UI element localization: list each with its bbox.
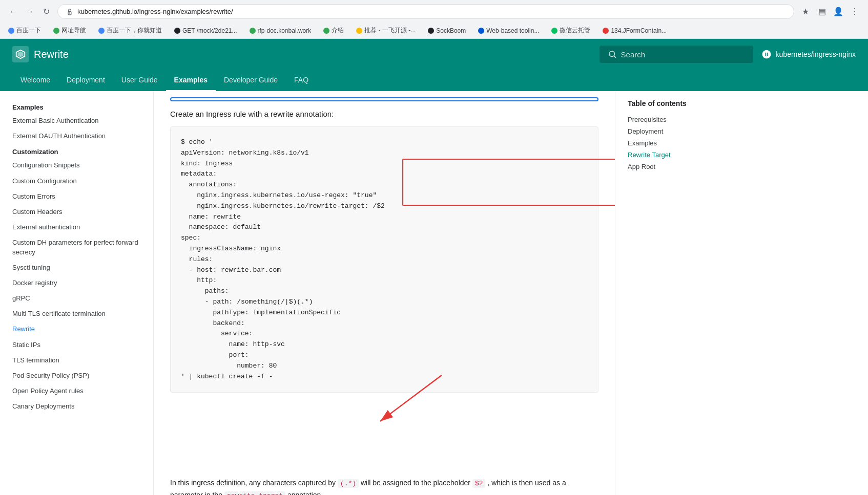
sidebar-item-external-oauth-authentication[interactable]: External OAUTH Authentication [0,128,153,144]
code-line-9: spec: [181,233,588,244]
code-line-0: $ echo ' [181,137,588,148]
code-line-15: - path: /something(/|$)(.*) [181,297,588,308]
bookmark-item[interactable]: SockBoom [426,26,468,35]
nav-item-examples[interactable]: Examples [166,70,216,91]
code-line-5: nginx.ingress.kubernetes.io/use-regex: "… [181,190,588,201]
code-line-16: pathType: ImplementationSpecific [181,308,588,318]
repo-label: kubernetes/ingress-nginx [776,50,856,58]
profile-button[interactable]: 👤 [831,5,845,19]
bookmark-item[interactable]: GET /mock/2de21... [172,26,239,35]
logo-icon [12,46,29,62]
code-line-3: metadata: [181,169,588,180]
bookmark-item[interactable]: 微信云托管 [549,25,592,36]
code-line-20: port: [181,350,588,361]
sidebar-item-sysctl-tuning[interactable]: Sysctl tuning [0,260,153,275]
code-line-8: namespace: default [181,222,588,233]
forward-button[interactable]: → [23,5,37,19]
inline-code-3: rewrite-target [224,491,285,495]
sidebar-section-examples: Examples [0,99,153,113]
sidebar-item-custom-headers[interactable]: Custom Headers [0,204,153,220]
toc-item-rewrite-target[interactable]: Rewrite Target [628,149,715,161]
refresh-button[interactable]: ↻ [39,5,53,19]
sidebar-item-tls-termination[interactable]: TLS termination [0,353,153,368]
menu-button[interactable]: ⋮ [848,5,862,19]
address-bar[interactable]: kubernetes.github.io/ingress-nginx/examp… [57,4,794,19]
site-logo: Rewrite [12,46,69,62]
header-repo: kubernetes/ingress-nginx [761,49,856,59]
star-button[interactable]: ★ [798,5,813,19]
bookmark-icon [428,28,434,34]
bookmark-icon [603,28,609,34]
inline-code-1: (.*) [338,479,359,488]
toc-item-examples[interactable]: Examples [628,137,715,149]
bookmark-item[interactable]: 134.JFormContain... [601,26,669,35]
bookmark-icon [174,28,180,34]
content-description: In this ingress definition, any characte… [170,477,598,495]
sidebar-item-configuration-snippets[interactable]: Configuration Snippets [0,158,153,173]
bookmark-icon [323,28,329,34]
code-line-21: number: 80 [181,361,588,372]
bookmark-item[interactable]: 推荐 - 一飞开源 -... [354,25,418,36]
sidebar-item-pod-security-policy-psp[interactable]: Pod Security Policy (PSP) [0,368,153,383]
code-line-6: nginx.ingress.kubernetes.io/rewrite-targ… [181,201,588,212]
nav-item-welcome[interactable]: Welcome [12,70,58,91]
code-line-19: name: http-svc [181,339,588,350]
sidebar-item-custom-configuration[interactable]: Custom Configuration [0,174,153,189]
code-line-12: - host: rewrite.bar.com [181,265,588,276]
sidebar-item-canary-deployments[interactable]: Canary Deployments [0,399,153,414]
back-button[interactable]: ← [6,5,20,19]
bookmark-item[interactable]: 百度一下，你就知道 [96,25,164,36]
repo-icon [761,49,772,59]
browser-toolbar: ← → ↻ kubernetes.github.io/ingress-nginx… [0,0,868,23]
toc-item-app-root[interactable]: App Root [628,161,715,173]
code-line-2: kind: Ingress [181,159,588,169]
site-title: Rewrite [34,49,69,60]
sidebar-item-custom-dh-parameters-for-perfect-forward-secrecy[interactable]: Custom DH parameters for perfect forward… [0,235,153,260]
bookmark-item[interactable]: 介绍 [321,25,346,36]
sidebar-item-customization: Customization [0,144,153,158]
code-block: $ echo 'apiVersion: networking.k8s.io/v1… [170,126,598,393]
toc-sidebar: Table of contents PrerequisitesDeploymen… [615,91,728,495]
code-line-22: ' | kubectl create -f - [181,372,588,382]
bookmarks-bar: 百度一下网址导航百度一下，你就知道GET /mock/2de21...rfp-d… [0,23,868,38]
code-line-18: service: [181,329,588,339]
bookmark-icon [250,28,256,34]
sidebar-item-static-ips[interactable]: Static IPs [0,337,153,353]
sidebar-item-docker-registry[interactable]: Docker registry [0,275,153,291]
code-line-4: annotations: [181,180,588,190]
content-indicator [170,97,598,101]
code-line-11: rules: [181,254,588,265]
bookmark-item[interactable]: 百度一下 [6,25,43,36]
bookmark-icon [551,28,557,34]
code-line-17: backend: [181,318,588,329]
sidebar-item-external-authentication[interactable]: External authentication [0,220,153,235]
sidebar-item-open-policy-agent-rules[interactable]: Open Policy Agent rules [0,383,153,399]
bookmark-item[interactable]: Web-based toolin... [476,26,541,35]
bookmark-item[interactable]: rfp-doc.konbai.work [247,26,314,35]
sidebar-item-external-basic-authentication[interactable]: External Basic Authentication [0,113,153,128]
toc-item-deployment[interactable]: Deployment [628,125,715,137]
code-line-14: paths: [181,286,588,297]
toc-item-prerequisites[interactable]: Prerequisites [628,114,715,125]
sidebar-item-multi-tls-certificate-termination[interactable]: Multi TLS certificate termination [0,306,153,321]
sidebar: ExamplesExternal Basic AuthenticationExt… [0,91,154,495]
nav-item-deployment[interactable]: Deployment [58,70,113,91]
browser-chrome: ← → ↻ kubernetes.github.io/ingress-nginx… [0,0,868,39]
nav-item-user-guide[interactable]: User Guide [113,70,166,91]
svg-point-0 [69,12,70,13]
code-line-7: name: rewrite [181,212,588,223]
bookmark-item[interactable]: 网址导航 [51,25,88,36]
nav-item-developer-guide[interactable]: Developer Guide [216,70,286,91]
sidebar-item-grpc[interactable]: gRPC [0,291,153,306]
extensions-button[interactable]: ▤ [815,5,829,19]
sidebar-item-rewrite[interactable]: Rewrite [0,321,153,337]
code-line-10: ingressClassName: nginx [181,244,588,254]
search-bar[interactable]: Search [600,46,753,63]
nav-item-faq[interactable]: FAQ [286,70,317,91]
site-nav: WelcomeDeploymentUser GuideExamplesDevel… [0,70,868,91]
bookmark-icon [98,28,105,34]
url-display: kubernetes.github.io/ingress-nginx/examp… [77,8,233,15]
lock-icon [66,8,73,15]
main-content: Create an Ingress rule with a rewrite an… [154,91,615,495]
sidebar-item-custom-errors[interactable]: Custom Errors [0,189,153,204]
